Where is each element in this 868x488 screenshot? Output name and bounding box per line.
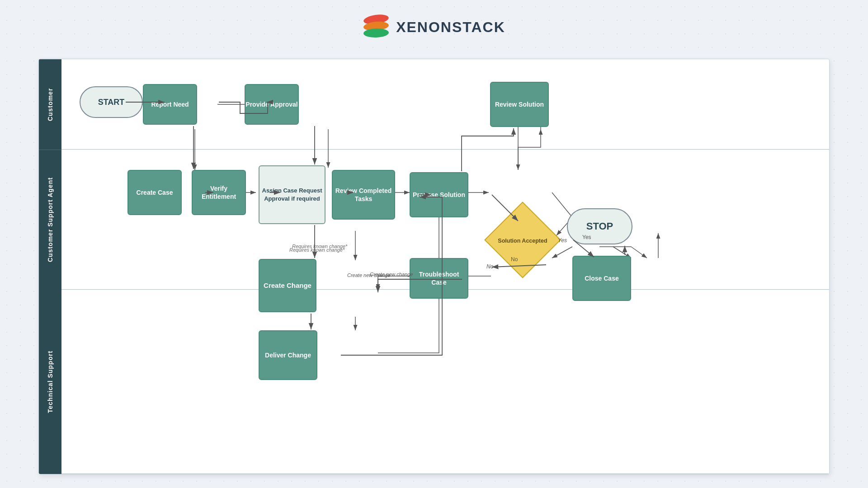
diagram-wrapper: Customer Customer Support Agent Technica…	[38, 59, 830, 474]
review-solution-node: Review Solution	[490, 82, 549, 127]
swimlane-labels: Customer Customer Support Agent Technica…	[39, 59, 61, 474]
technical-lane-label: Technical Support	[39, 290, 61, 474]
stop-node: STOP	[567, 208, 632, 244]
close-case-node: Close Case	[572, 256, 631, 301]
start-node: START	[80, 86, 143, 118]
report-need-node: Report Need	[143, 84, 197, 125]
customer-lane-label: Customer	[39, 59, 61, 150]
header: XENONSTACK	[0, 0, 868, 54]
review-completed-node: Review Completed Tasks	[332, 170, 395, 220]
create-case-node: Create Case	[127, 170, 182, 215]
logo-icon	[363, 13, 390, 42]
troubleshoot-node: Troubleshoot Case	[410, 258, 468, 299]
provide-approval-node: Provide Approval	[245, 84, 299, 125]
requires-known-change-label: Requires known change*	[292, 244, 347, 249]
yes-label: Yes	[558, 237, 567, 244]
deliver-change-node: Deliver Change	[259, 330, 317, 380]
solution-accepted-text: Solution Accepted	[493, 215, 552, 267]
create-change-node: Create Change	[259, 259, 316, 312]
logo-text: XENONSTACK	[396, 19, 505, 36]
create-new-change-label: Create new change	[347, 272, 390, 278]
assign-case-node: Assign Case Request Approval if required	[259, 165, 326, 224]
technical-lane-row	[61, 290, 829, 474]
logo-container: XENONSTACK	[363, 13, 505, 42]
agent-lane-label: Customer Support Agent	[39, 150, 61, 290]
no-label: No	[486, 263, 493, 270]
verify-entitlement-node: Verify Entitlement	[192, 170, 246, 215]
propose-solution-node: Propose Solution	[410, 172, 468, 217]
